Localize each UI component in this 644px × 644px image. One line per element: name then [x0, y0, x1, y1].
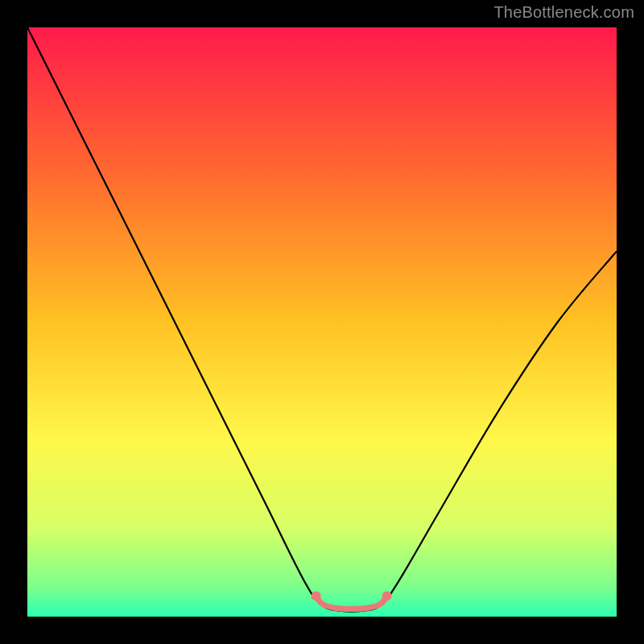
flat-segment-endpoint	[312, 591, 321, 601]
chart-frame: TheBottleneck.com	[0, 0, 644, 644]
flat-segment-endpoint	[382, 591, 392, 601]
plot-background	[27, 27, 617, 617]
bottleneck-chart	[0, 0, 644, 644]
watermark-text: TheBottleneck.com	[493, 3, 634, 22]
